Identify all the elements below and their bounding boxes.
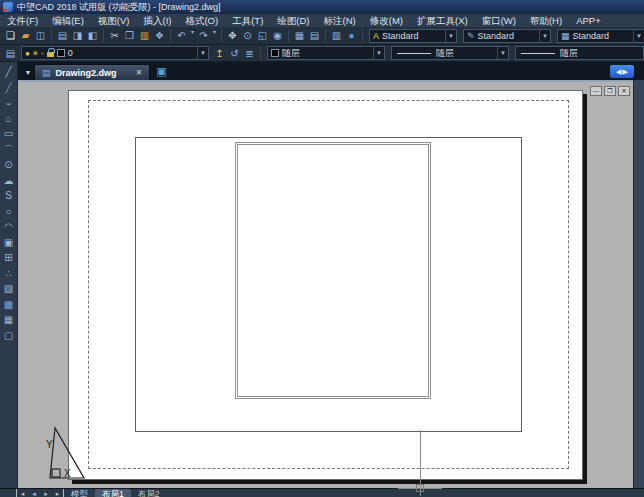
chevron-down-icon[interactable]: ▼: [497, 47, 508, 59]
tab-overflow-dropdown[interactable]: ▼: [22, 69, 34, 76]
color-combo[interactable]: 随层 ▼: [267, 46, 385, 60]
arc-icon[interactable]: ⌒: [1, 142, 17, 158]
drawing-canvas[interactable]: — ❐ ✕ Y X: [18, 80, 633, 488]
menu-edit[interactable]: 编辑(E): [45, 14, 91, 27]
paper-space-ucs-icon: Y X: [24, 426, 88, 484]
ellipse-arc-icon[interactable]: ◠: [1, 219, 17, 235]
ucs-y-label: Y: [46, 439, 53, 450]
paste-icon[interactable]: ▥: [137, 28, 152, 43]
close-tab-icon[interactable]: ✕: [136, 68, 143, 77]
make-object-layer-current-icon[interactable]: ↥: [212, 46, 227, 61]
drawn-rectangle-entity[interactable]: [235, 142, 431, 399]
dimension-style-combo[interactable]: ✎ Standard ▼: [463, 29, 551, 43]
sheet-set-manager-icon[interactable]: ▥: [329, 28, 344, 43]
gradient-icon[interactable]: ▩: [1, 297, 17, 313]
zoom-realtime-icon[interactable]: ⊙: [240, 28, 255, 43]
menu-window[interactable]: 窗口(W): [475, 14, 523, 27]
match-properties-icon[interactable]: ❖: [152, 28, 167, 43]
menu-file[interactable]: 文件(F): [0, 14, 45, 27]
collapse-right-icon: ▶: [623, 68, 628, 76]
table-style-combo[interactable]: ▦ Standard ▼: [557, 29, 644, 43]
chevron-down-icon[interactable]: ▼: [445, 30, 456, 42]
chevron-down-icon[interactable]: ▼: [633, 30, 644, 42]
minimize-window-icon[interactable]: —: [590, 86, 602, 96]
chevron-down-icon[interactable]: ▼: [539, 30, 550, 42]
dimension-style-value: Standard: [478, 31, 515, 41]
close-window-icon[interactable]: ✕: [618, 86, 630, 96]
circle-icon[interactable]: ⊙: [1, 157, 17, 173]
design-center-icon[interactable]: ▦: [292, 28, 307, 43]
hatch-icon[interactable]: ▨: [1, 281, 17, 297]
construction-line-icon[interactable]: ╱: [1, 80, 17, 96]
previous-tab-button[interactable]: ◂: [28, 489, 40, 497]
toolbar-separator: [170, 29, 171, 42]
lineweight-combo[interactable]: 随层: [515, 46, 644, 60]
redo-dropdown-caret[interactable]: ▾: [211, 28, 218, 43]
new-drawing-button[interactable]: ▣: [156, 65, 166, 78]
document-tab-drawing2[interactable]: ▤ Drawing2.dwg ✕: [34, 64, 150, 80]
menu-dimension[interactable]: 标注(N): [317, 14, 363, 27]
render-icon[interactable]: ●: [344, 28, 359, 43]
insert-block-icon[interactable]: ▣: [1, 235, 17, 251]
new-file-icon[interactable]: ❏: [3, 28, 18, 43]
menu-format[interactable]: 格式(O): [178, 14, 225, 27]
tab-layout1[interactable]: 布局1: [95, 489, 131, 497]
last-tab-button[interactable]: ▸: [52, 489, 64, 497]
layer-properties-manager-icon[interactable]: ▤: [3, 46, 18, 61]
revision-cloud-icon[interactable]: ☁: [1, 173, 17, 189]
point-icon[interactable]: ∴: [1, 266, 17, 282]
first-tab-button[interactable]: ◂: [16, 489, 28, 497]
layer-combo[interactable]: ● ☀ ▫ 0 ▼: [21, 46, 209, 60]
panel-collapse-toggle[interactable]: ◀ ▶: [610, 65, 634, 78]
chevron-down-icon[interactable]: ▼: [373, 47, 384, 59]
edit-icon-group: ✂❐▥❖: [107, 28, 167, 43]
dwg-file-icon: ▤: [42, 68, 51, 78]
restore-window-icon[interactable]: ❐: [604, 86, 616, 96]
toolbar-separator: [103, 29, 104, 42]
copy-icon[interactable]: ❐: [122, 28, 137, 43]
ellipse-icon[interactable]: ○: [1, 204, 17, 220]
linetype-combo[interactable]: 随层 ▼: [391, 46, 509, 60]
text-style-combo[interactable]: A Standard ▼: [369, 29, 457, 43]
tab-layout2[interactable]: 布局2: [131, 489, 167, 497]
line-icon[interactable]: ╱: [1, 64, 17, 80]
region-icon[interactable]: ▢: [1, 328, 17, 344]
table-icon[interactable]: ▦: [1, 312, 17, 328]
polygon-icon[interactable]: ⌂: [1, 111, 17, 127]
tab-model[interactable]: 模型: [64, 489, 95, 497]
redo-icon[interactable]: ↷: [196, 28, 211, 43]
publish-icon[interactable]: ◧: [85, 28, 100, 43]
layer-states-icon[interactable]: ≣: [242, 46, 257, 61]
pan-icon[interactable]: ✥: [225, 28, 240, 43]
rectangle-icon[interactable]: ▭: [1, 126, 17, 142]
spline-icon[interactable]: S: [1, 188, 17, 204]
crosshair-pickbox: [416, 484, 424, 492]
layer-previous-icon[interactable]: ↺: [227, 46, 242, 61]
plot-icon[interactable]: ▤: [55, 28, 70, 43]
undo-dropdown-caret[interactable]: ▾: [189, 28, 196, 43]
app-logo-icon: [3, 2, 13, 12]
menu-tools[interactable]: 工具(T): [225, 14, 270, 27]
undo-icon[interactable]: ↶: [174, 28, 189, 43]
cut-icon[interactable]: ✂: [107, 28, 122, 43]
menu-draw[interactable]: 绘图(D): [270, 14, 316, 27]
zoom-previous-icon[interactable]: ◉: [270, 28, 285, 43]
menu-modify[interactable]: 修改(M): [363, 14, 410, 27]
toolbar-separator: [260, 47, 261, 60]
layer-thaw-sun-icon: ☀: [32, 49, 39, 58]
make-block-icon[interactable]: ⊞: [1, 250, 17, 266]
menu-express-tools[interactable]: 扩展工具(X): [410, 14, 475, 27]
menu-view[interactable]: 视图(V): [91, 14, 137, 27]
save-file-icon[interactable]: ◫: [33, 28, 48, 43]
next-tab-button[interactable]: ▸: [40, 489, 52, 497]
menu-app-plus[interactable]: APP+: [569, 14, 608, 27]
plot-preview-icon[interactable]: ◨: [70, 28, 85, 43]
menu-help[interactable]: 帮助(H): [523, 14, 569, 27]
right-scrollbar[interactable]: [633, 80, 644, 488]
open-file-icon[interactable]: ▰: [18, 28, 33, 43]
zoom-window-icon[interactable]: ◱: [255, 28, 270, 43]
polyline-icon[interactable]: ⌣: [1, 95, 17, 111]
menu-insert[interactable]: 插入(I): [136, 14, 178, 27]
tool-palettes-icon[interactable]: ▤: [307, 28, 322, 43]
chevron-down-icon[interactable]: ▼: [197, 47, 208, 59]
